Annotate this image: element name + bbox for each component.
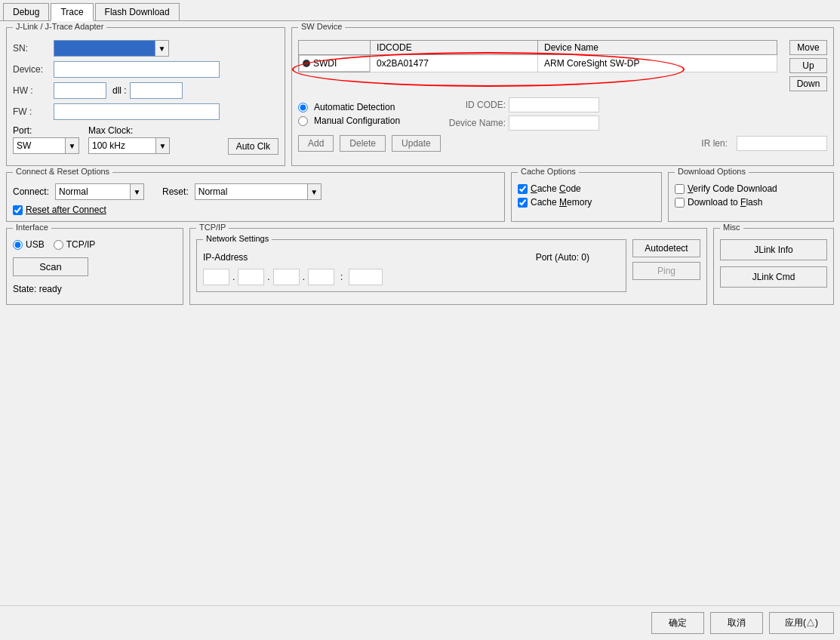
network-settings-label: Network Settings (203, 234, 272, 243)
ip-labels-row: IP-Address Port (Auto: 0) (203, 246, 620, 263)
fw-input: J-Link ARM-OB STM32 compil (54, 103, 220, 120)
clock-group: Max Clock: 100 kHz ▼ (88, 125, 170, 154)
port-group: Port: SW ▼ (13, 125, 79, 154)
tcpip-radio[interactable] (54, 240, 63, 250)
port-value[interactable]: SW (13, 137, 66, 154)
connect-arrow[interactable]: ▼ (131, 183, 144, 200)
col-devname: Device Name (537, 41, 777, 55)
irlen-label: IR len: (701, 138, 728, 149)
verify-code-item: Verify Code Download (675, 183, 827, 194)
idcode-row: ID CODE: (445, 97, 599, 112)
jlink-info-button[interactable]: JLink Info (720, 239, 827, 260)
port-arrow[interactable]: ▼ (66, 137, 79, 154)
connect-value[interactable]: Normal (55, 183, 131, 200)
cache-group-label: Cache Options (518, 167, 579, 176)
reset-arrow[interactable]: ▼ (308, 183, 322, 200)
tcpip-btn-col: Autodetect Ping (632, 239, 700, 280)
auto-detection-radio[interactable] (298, 103, 308, 112)
verify-code-checkbox[interactable] (675, 184, 685, 194)
irlen-input[interactable] (737, 136, 827, 151)
ip-part-1[interactable]: 127 (203, 269, 229, 285)
devname-label: Device Name: (445, 118, 506, 128)
table-row[interactable]: SWDI 0x2BA01477 ARM CoreSight SW-DP (299, 55, 777, 72)
cancel-button[interactable]: 取消 (710, 612, 763, 634)
delete-button[interactable]: Delete (340, 135, 386, 152)
down-button[interactable]: Down (789, 76, 827, 91)
detection-row: Automatic Detection Manual Configuration… (298, 97, 827, 131)
cache-memory-checkbox[interactable] (518, 198, 528, 208)
move-button[interactable]: Move (789, 40, 827, 55)
interface-group-label: Interface (13, 223, 51, 232)
reset-label: Reset: (162, 186, 189, 197)
tcpip-option: TCP/IP (54, 239, 96, 250)
connect-select: Normal ▼ (55, 183, 144, 200)
reset-value[interactable]: Normal (195, 183, 308, 200)
tcpip-top: Network Settings IP-Address Port (Auto: … (196, 239, 700, 298)
ip-part-4[interactable]: 1 (308, 269, 334, 285)
sn-dropdown-btn[interactable]: ▼ (155, 40, 169, 57)
cache-memory-label: Cache Memory (531, 197, 592, 208)
usb-radio[interactable] (13, 240, 23, 250)
port-value-input[interactable]: 0 (349, 269, 383, 285)
cache-code-checkbox[interactable] (518, 184, 528, 194)
sn-input[interactable]: 20090928 (54, 40, 155, 57)
clock-select: 100 kHz ▼ (88, 137, 170, 154)
download-flash-label: Download to Flash (688, 197, 762, 208)
col-idcode: IDCODE (371, 41, 538, 55)
clock-arrow[interactable]: ▼ (156, 137, 170, 154)
manual-config-radio[interactable] (298, 116, 308, 126)
verify-underline: V (688, 183, 693, 194)
manual-config-label: Manual Configuration (314, 115, 400, 126)
update-button[interactable]: Update (392, 135, 441, 152)
action-row: Add Delete Update IR len: (298, 135, 827, 152)
auto-detection-label: Automatic Detection (314, 102, 395, 112)
idcode-input[interactable] (509, 97, 599, 112)
interface-inner: USB TCP/IP Scan State: ready (13, 239, 177, 294)
devname-input[interactable] (509, 115, 599, 131)
tcpip-group: TCP/IP Network Settings IP-Address Port … (189, 228, 707, 305)
ok-button[interactable]: 确定 (651, 612, 704, 634)
tab-flash-download[interactable]: Flash Download (95, 3, 180, 20)
connect-label: Connect: (13, 186, 49, 197)
auto-clk-button[interactable]: Auto Clk (228, 138, 278, 155)
dialog-buttons: 确定 取消 应用(△) (0, 605, 840, 640)
row-idcode: 0x2BA01477 (371, 55, 538, 72)
port-label: Port: (13, 125, 79, 136)
ip-dot-3: . (303, 272, 305, 282)
bottom-row: Interface USB TCP/IP Scan State: ready (6, 228, 834, 305)
autodetect-button[interactable]: Autodetect (632, 239, 700, 257)
verify-code-label: Verify Code Download (688, 183, 777, 194)
sn-combo: 20090928 ▼ (54, 40, 169, 57)
tab-trace[interactable]: Trace (51, 3, 93, 21)
row-type-label: SWDI (313, 58, 337, 69)
col-type (299, 41, 371, 55)
clock-value[interactable]: 100 kHz (88, 137, 156, 154)
connect-row: Connect: Normal ▼ Reset: Normal ▼ (13, 183, 498, 200)
dll-input: V6.14b (130, 82, 183, 99)
ping-button[interactable]: Ping (632, 262, 700, 280)
add-button[interactable]: Add (298, 135, 334, 152)
apply-button[interactable]: 应用(△) (769, 612, 834, 634)
up-button[interactable]: Up (789, 58, 827, 73)
misc-group: Misc JLink Info JLink Cmd (713, 228, 834, 305)
swdi-dot (303, 60, 310, 67)
hw-row: HW : V7.00 dll : V6.14b (13, 82, 278, 99)
jlink-cmd-button[interactable]: JLink Cmd (720, 266, 827, 288)
reset-after-connect-checkbox[interactable] (13, 205, 23, 215)
ip-part-2[interactable]: 0 (238, 269, 264, 285)
sw-table-area: IDCODE Device Name SWDI 0x2BA01477 ARM C… (298, 40, 827, 91)
ip-part-3[interactable]: 0 (273, 269, 300, 285)
ip-section: Network Settings IP-Address Port (Auto: … (196, 239, 626, 298)
jlink-group-label: J-Link / J-Trace Adapter (13, 22, 106, 31)
detection-options: Automatic Detection Manual Configuration (298, 102, 400, 126)
fw-label: FW : (13, 106, 51, 117)
hw-label: HW : (13, 85, 51, 96)
download-flash-checkbox[interactable] (675, 198, 685, 208)
jlink-adapter-group: J-Link / J-Trace Adapter SN: 20090928 ▼ … (6, 27, 285, 166)
state-label: State: ready (13, 284, 62, 294)
tab-debug[interactable]: Debug (3, 3, 49, 20)
reset-after-connect-label: Reset after Connect (26, 205, 106, 215)
cache-code-label: Cache Code (531, 183, 581, 194)
ip-address-label: IP-Address (203, 252, 248, 263)
scan-button[interactable]: Scan (13, 257, 88, 276)
